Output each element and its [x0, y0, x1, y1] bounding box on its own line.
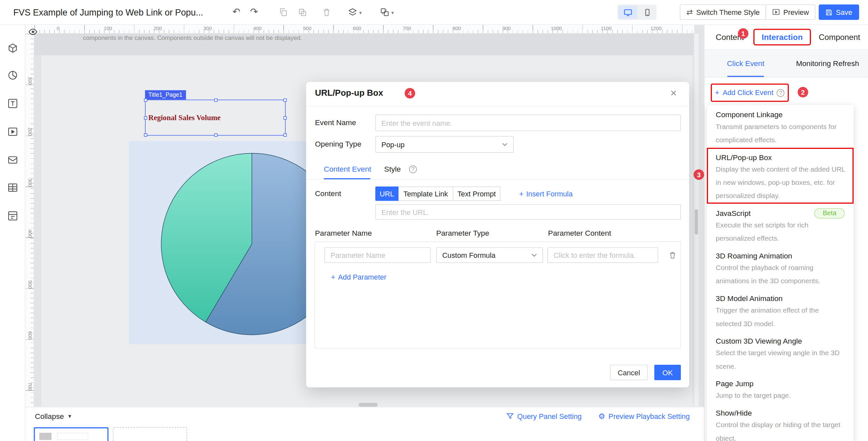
top-toolbar: FVS Example of Jumping to Web Link or Po… [0, 0, 868, 25]
ruler-label: 200 [27, 127, 33, 136]
menu-item-custom-3d-viewing-angle[interactable]: Custom 3D Viewing Angle Select the targe… [707, 332, 854, 374]
preview-window-icon [772, 8, 780, 16]
insert-formula-link[interactable]: + Insert Formula [519, 190, 573, 198]
menu-item-3d-model-animation[interactable]: 3D Model Animation Trigger the animation… [707, 289, 854, 332]
ruler-label: 500 [303, 25, 311, 31]
ruler-label: 900 [502, 25, 510, 31]
tab-style[interactable]: Style [384, 165, 401, 173]
menu-item-url-popup-box[interactable]: URL/Pop-up Box Display the web content o… [707, 148, 854, 204]
parameter-name-input[interactable] [324, 247, 431, 263]
menu-item-show-hide[interactable]: Show/Hide Control the display or hiding … [707, 403, 854, 441]
ok-button[interactable]: OK [654, 365, 681, 380]
parameter-type-select[interactable]: Custom Formula [436, 247, 543, 263]
cancel-button[interactable]: Cancel [610, 365, 648, 380]
page-thumbnail-add[interactable] [113, 427, 187, 441]
preview-button[interactable]: Preview [766, 4, 815, 20]
collapse-button[interactable]: Collapse ▼ [35, 412, 72, 420]
subtab-click-event[interactable]: Click Event [705, 50, 786, 77]
3d-component-icon[interactable] [7, 42, 19, 54]
annotation-step-3: 3 [694, 169, 704, 180]
duplicate-icon[interactable] [297, 7, 307, 17]
add-click-event-button[interactable]: + Add Click Event ? [711, 84, 789, 102]
title-component[interactable]: Regional Sales Volume [145, 100, 286, 136]
annotation-step-1: 1 [738, 28, 748, 39]
canvas-vertical-scrollbar[interactable] [694, 34, 698, 407]
subtab-monitoring-refresh[interactable]: Monitoring Refresh [786, 50, 868, 77]
content-label: Content [315, 187, 341, 201]
scrollbar-thumb[interactable] [695, 209, 698, 235]
resize-handle[interactable] [283, 116, 287, 120]
resize-handle[interactable] [283, 98, 287, 102]
save-button[interactable]: Save [819, 4, 859, 20]
preview-playback-setting-label: Preview Playback Setting [609, 412, 690, 420]
tab-interaction[interactable]: Interaction [753, 29, 811, 45]
add-parameter-label: Add Parameter [338, 273, 386, 281]
resize-handle[interactable] [144, 116, 147, 120]
layer-order-icon[interactable] [348, 7, 358, 17]
divider [306, 179, 689, 180]
title-component-text: Regional Sales Volume [146, 113, 221, 122]
ruler-label: 1000 [551, 25, 562, 31]
desktop-view-button[interactable] [618, 6, 637, 19]
mail-icon[interactable] [7, 155, 19, 166]
group-icon[interactable] [380, 7, 390, 17]
event-name-label: Event Name [315, 115, 356, 131]
menu-item-javascript[interactable]: JavaScript Beta Execute the set scripts … [707, 204, 854, 246]
visibility-eye-icon[interactable] [28, 27, 38, 37]
tab-component[interactable]: Component [819, 25, 860, 50]
redo-icon[interactable]: ↷ [249, 7, 259, 17]
component-sidebar [0, 25, 25, 441]
tab-interaction-label: Interaction [762, 33, 803, 41]
opening-type-select[interactable]: Pop-up [375, 136, 514, 153]
menu-item-desc: Execute the set scripts for rich persona… [716, 219, 845, 245]
url-input[interactable] [375, 204, 681, 220]
menu-item-page-jump[interactable]: Page Jump Jump to the target page. [707, 374, 854, 403]
annotation-step-2: 2 [798, 87, 808, 97]
media-icon[interactable] [7, 126, 19, 137]
help-icon[interactable]: ? [777, 89, 784, 96]
page-thumbnail-selected[interactable] [34, 427, 108, 441]
help-icon[interactable]: ? [409, 165, 417, 173]
resize-handle[interactable] [214, 98, 218, 102]
event-name-input[interactable] [375, 115, 681, 131]
parameter-content-input[interactable] [548, 247, 658, 263]
menu-item-desc: Control the playback of roaming animatio… [716, 261, 845, 287]
group-caret-icon[interactable]: ▾ [391, 10, 394, 15]
menu-item-title: URL/Pop-up Box [716, 152, 845, 163]
add-parameter-link[interactable]: + Add Parameter [331, 273, 386, 281]
text-icon[interactable] [7, 98, 19, 109]
opening-type-label: Opening Type [315, 136, 362, 153]
table-icon[interactable] [7, 182, 19, 193]
ruler-label: 300 [204, 25, 212, 31]
mobile-view-button[interactable] [639, 6, 655, 19]
close-icon[interactable]: × [670, 87, 677, 100]
undo-icon[interactable]: ↶ [231, 7, 241, 17]
url-popup-dialog: URL/Pop-up Box 4 × Event Name Opening Ty… [306, 82, 689, 387]
ruler-label: 600 [27, 331, 33, 339]
canvas-horizontal-scrollbar[interactable] [359, 403, 377, 407]
delete-parameter-icon[interactable] [668, 251, 677, 259]
menu-item-desc: Transmit parameters to components for co… [716, 120, 845, 147]
resize-handle[interactable] [144, 133, 147, 137]
preview-playback-setting-link[interactable]: ⚙ Preview Playback Setting [598, 412, 690, 420]
menu-item-3d-roaming-animation[interactable]: 3D Roaming Animation Control the playbac… [707, 246, 854, 289]
resize-handle[interactable] [283, 133, 287, 137]
query-panel-setting-link[interactable]: Query Panel Setting [507, 412, 582, 420]
form-icon[interactable] [7, 210, 19, 221]
chart-icon[interactable] [7, 70, 19, 81]
menu-item-component-linkage[interactable]: Component Linkage Transmit parameters to… [707, 105, 854, 148]
resize-handle[interactable] [214, 133, 218, 137]
switch-theme-button[interactable]: ⇄ Switch Theme Style [680, 4, 766, 20]
resize-handle[interactable] [144, 98, 147, 102]
delete-icon[interactable] [321, 7, 332, 17]
canvas-hint-text: components in the canvas. Components out… [83, 34, 302, 41]
copy-icon[interactable] [278, 7, 288, 17]
content-mode-url[interactable]: URL [375, 187, 399, 201]
settings-panel: Content Interaction Component Click Even… [704, 25, 868, 441]
content-mode-template-link[interactable]: Template Link [399, 187, 453, 201]
tab-content-event[interactable]: Content Event [324, 165, 371, 173]
content-mode-text-prompt[interactable]: Text Prompt [453, 187, 500, 201]
query-panel-setting-label: Query Panel Setting [517, 412, 582, 420]
layer-order-caret-icon[interactable]: ▾ [359, 10, 362, 15]
opening-type-value: Pop-up [381, 140, 404, 149]
